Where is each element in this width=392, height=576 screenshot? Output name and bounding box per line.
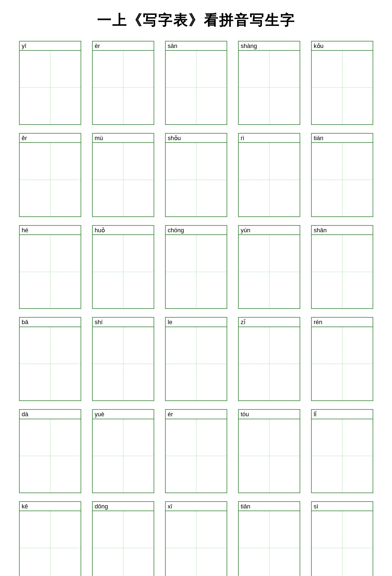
pinyin-label: dōng bbox=[93, 502, 154, 511]
char-box: dōng bbox=[92, 501, 154, 576]
writing-area[interactable] bbox=[93, 234, 154, 308]
writing-area[interactable] bbox=[20, 419, 81, 493]
pinyin-label: le bbox=[166, 318, 227, 326]
writing-area[interactable] bbox=[166, 419, 227, 493]
char-box: yún bbox=[238, 225, 300, 309]
char-box: tóu bbox=[238, 409, 300, 493]
writing-area[interactable] bbox=[166, 142, 227, 216]
char-box: le bbox=[165, 317, 227, 401]
pinyin-label: rì bbox=[239, 134, 300, 142]
writing-area[interactable] bbox=[20, 234, 81, 308]
pinyin-label: xī bbox=[166, 502, 227, 511]
char-box: rì bbox=[238, 133, 300, 217]
pinyin-label: kě bbox=[20, 502, 81, 511]
char-box: èr bbox=[92, 41, 154, 125]
char-box: bā bbox=[19, 317, 81, 401]
pinyin-label: tián bbox=[312, 134, 373, 142]
char-box: yī bbox=[19, 41, 81, 125]
writing-area[interactable] bbox=[166, 50, 227, 124]
writing-area[interactable] bbox=[312, 327, 373, 400]
writing-area[interactable] bbox=[239, 511, 300, 576]
pinyin-label: ěr bbox=[20, 134, 81, 142]
pinyin-label: tóu bbox=[239, 410, 300, 418]
char-box: sì bbox=[311, 501, 373, 576]
pinyin-label: shǒu bbox=[166, 134, 227, 142]
pinyin-label: yún bbox=[239, 226, 300, 234]
pinyin-label: shān bbox=[312, 226, 373, 234]
writing-area[interactable] bbox=[93, 142, 154, 216]
writing-area[interactable] bbox=[166, 327, 227, 400]
char-box: rén bbox=[311, 317, 373, 401]
pinyin-label: tiān bbox=[239, 502, 300, 511]
char-box: xī bbox=[165, 501, 227, 576]
writing-area[interactable] bbox=[312, 142, 373, 216]
char-box: chóng bbox=[165, 225, 227, 309]
char-box: shān bbox=[311, 225, 373, 309]
char-box: huǒ bbox=[92, 225, 154, 309]
writing-area[interactable] bbox=[239, 142, 300, 216]
writing-area[interactable] bbox=[239, 50, 300, 124]
writing-area[interactable] bbox=[20, 50, 81, 124]
writing-area[interactable] bbox=[239, 419, 300, 493]
char-box: kǒu bbox=[311, 41, 373, 125]
pinyin-label: ér bbox=[166, 410, 227, 418]
writing-area[interactable] bbox=[166, 234, 227, 308]
writing-area[interactable] bbox=[93, 419, 154, 493]
page-title: 一上《写字表》看拼音写生字 bbox=[97, 11, 295, 30]
char-box: ér bbox=[165, 409, 227, 493]
writing-area[interactable] bbox=[312, 511, 373, 576]
pinyin-label: mù bbox=[93, 134, 154, 142]
character-grid: yīèrsānshàngkǒuěrmùshǒurìtiánhéhuǒchóngy… bbox=[19, 41, 373, 576]
char-box: shàng bbox=[238, 41, 300, 125]
writing-area[interactable] bbox=[239, 327, 300, 400]
pinyin-label: huǒ bbox=[93, 226, 154, 234]
char-box: hé bbox=[19, 225, 81, 309]
writing-area[interactable] bbox=[93, 327, 154, 400]
writing-area[interactable] bbox=[93, 511, 154, 576]
pinyin-label: lǐ bbox=[312, 410, 373, 418]
writing-area[interactable] bbox=[312, 419, 373, 493]
pinyin-label: sān bbox=[166, 41, 227, 50]
char-box: mù bbox=[92, 133, 154, 217]
pinyin-label: yuè bbox=[93, 410, 154, 418]
pinyin-label: chóng bbox=[166, 226, 227, 234]
char-box: tiān bbox=[238, 501, 300, 576]
char-box: kě bbox=[19, 501, 81, 576]
pinyin-label: èr bbox=[93, 41, 154, 50]
pinyin-label: shí bbox=[93, 318, 154, 326]
pinyin-label: zǐ bbox=[239, 318, 300, 326]
char-box: zǐ bbox=[238, 317, 300, 401]
pinyin-label: rén bbox=[312, 318, 373, 326]
char-box: lǐ bbox=[311, 409, 373, 493]
pinyin-label: shàng bbox=[239, 41, 300, 50]
writing-area[interactable] bbox=[93, 50, 154, 124]
writing-area[interactable] bbox=[20, 327, 81, 400]
char-box: shí bbox=[92, 317, 154, 401]
pinyin-label: bā bbox=[20, 318, 81, 326]
char-box: ěr bbox=[19, 133, 81, 217]
char-box: dà bbox=[19, 409, 81, 493]
pinyin-label: yī bbox=[20, 41, 81, 50]
pinyin-label: dà bbox=[20, 410, 81, 418]
writing-area[interactable] bbox=[20, 142, 81, 216]
writing-area[interactable] bbox=[239, 234, 300, 308]
pinyin-label: hé bbox=[20, 226, 81, 234]
pinyin-label: kǒu bbox=[312, 41, 373, 50]
char-box: shǒu bbox=[165, 133, 227, 217]
char-box: sān bbox=[165, 41, 227, 125]
writing-area[interactable] bbox=[20, 511, 81, 576]
pinyin-label: sì bbox=[312, 502, 373, 511]
char-box: tián bbox=[311, 133, 373, 217]
writing-area[interactable] bbox=[312, 234, 373, 308]
char-box: yuè bbox=[92, 409, 154, 493]
writing-area[interactable] bbox=[312, 50, 373, 124]
writing-area[interactable] bbox=[166, 511, 227, 576]
